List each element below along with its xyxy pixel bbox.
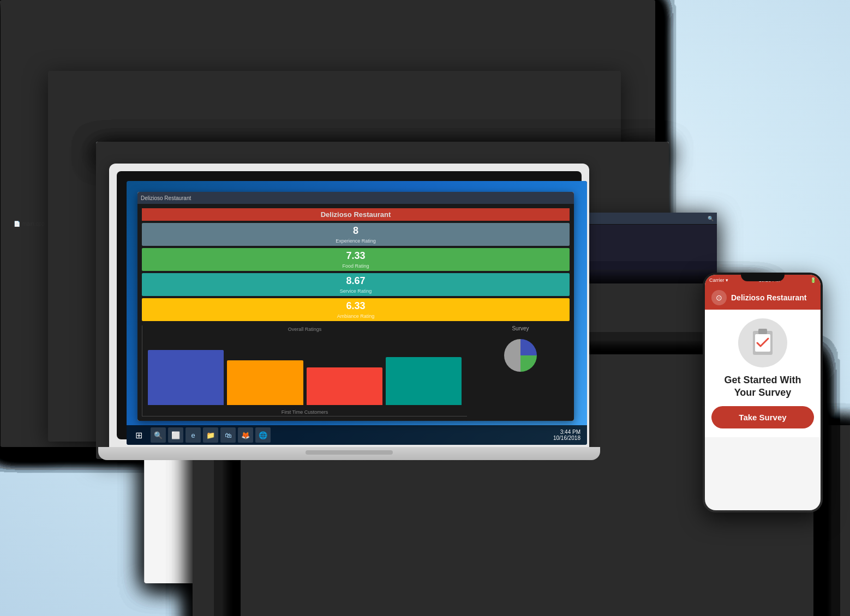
phone-screen: Carrier ▾ 10:26 PM 🔋 ⊙ Delizioso Restaur…: [705, 275, 821, 510]
clock-date: 10/16/2018: [553, 435, 580, 441]
exp-label: Experience Rating: [142, 238, 570, 244]
win10-task-icon[interactable]: ⬜: [168, 427, 183, 443]
phone-app-header: ⊙ Delizioso Restaurant: [705, 286, 821, 310]
phone-get-started: Get Started With Your Survey: [725, 374, 801, 400]
phone: Carrier ▾ 10:26 PM 🔋 ⊙ Delizioso Restaur…: [703, 273, 823, 512]
phone-app-icon: ⊙: [711, 290, 727, 305]
win10-clock: 3:44 PM 10/16/2018: [553, 429, 585, 441]
phone-notch: [741, 273, 785, 281]
bar-red: [307, 367, 382, 405]
rating-bar-food: 7.33 Food Rating: [142, 248, 570, 271]
laptop-screen: Delizioso Restaurant Delizioso Restauran…: [127, 181, 587, 445]
amb-value: 6.33: [142, 300, 570, 312]
bar-chart-inner: [142, 336, 467, 405]
win10-taskbar: ⊞ 🔍 ⬜ e 📁 🛍 🦊 🌐 3:44 PM 10/16/2018: [127, 425, 587, 445]
win10-app2-icon[interactable]: 🌐: [255, 427, 271, 443]
laptop-body: Delizioso Restaurant Delizioso Restauran…: [109, 164, 589, 447]
win10-search-icon[interactable]: 🔍: [151, 427, 166, 443]
phone-battery-icon: 🔋: [810, 277, 816, 283]
rating-bar-experience: 8 Experience Rating: [142, 223, 570, 246]
phone-get-started-line2: Your Survey: [725, 386, 801, 399]
phone-app-body: Get Started With Your Survey Take Survey: [705, 310, 821, 437]
pie-area: Survey: [471, 325, 570, 416]
win10-store-icon[interactable]: 🛍: [220, 427, 236, 443]
overall-label: Overall Ratings: [142, 325, 467, 333]
phone-get-started-line1: Get Started With: [725, 374, 801, 386]
pie-title: Survey: [512, 325, 529, 331]
svc-value: 8.67: [142, 275, 570, 287]
phone-clipboard-icon: [738, 318, 787, 367]
bar-chart: Overall Ratings First Time Customers: [142, 325, 467, 416]
phone-app-title: Delizioso Restaurant: [731, 293, 806, 302]
clock-time: 3:44 PM: [553, 429, 580, 435]
chart-bottom-area: Overall Ratings First Time Customers: [142, 325, 570, 416]
win10-app1-icon[interactable]: 🦊: [238, 427, 253, 443]
laptop: Delizioso Restaurant Delizioso Restauran…: [109, 164, 589, 480]
food-label: Food Rating: [142, 263, 570, 269]
survey-app-content: Delizioso Restaurant 8 Experience Rating…: [137, 204, 574, 421]
pie-chart: [488, 334, 553, 377]
proj-main-icon: 📄: [14, 221, 20, 227]
survey-chart-container: Delizioso Restaurant 8 Experience Rating…: [137, 204, 574, 421]
amb-label: Ambiance Rating: [142, 313, 570, 319]
bar-orange: [227, 360, 303, 405]
svg-rect-2: [758, 329, 767, 334]
survey-app-title: Delizioso Restaurant: [141, 195, 191, 201]
win10-edge-icon[interactable]: e: [185, 427, 201, 443]
win10-start-btn[interactable]: ⊞: [129, 425, 148, 445]
laptop-bezel: Delizioso Restaurant Delizioso Restauran…: [117, 171, 582, 439]
bar-chart-label: First Time Customers: [142, 409, 467, 415]
phone-carrier: Carrier ▾: [709, 277, 728, 283]
exp-value: 8: [142, 225, 570, 237]
food-value: 7.33: [142, 250, 570, 262]
win10-folder-icon[interactable]: 📁: [203, 427, 218, 443]
survey-app-titlebar: Delizioso Restaurant: [137, 192, 574, 204]
clipboard-svg: [746, 327, 779, 359]
bar-blue: [148, 350, 224, 405]
rating-bar-ambiance: 6.33 Ambiance Rating: [142, 298, 570, 321]
survey-app-window: Delizioso Restaurant Delizioso Restauran…: [137, 192, 574, 421]
rating-bar-service: 8.67 Service Rating: [142, 273, 570, 296]
phone-body: Carrier ▾ 10:26 PM 🔋 ⊙ Delizioso Restaur…: [703, 273, 823, 512]
bar-teal: [386, 357, 462, 405]
phone-take-survey-btn[interactable]: Take Survey: [711, 406, 814, 428]
win10-desktop: Delizioso Restaurant Delizioso Restauran…: [127, 181, 587, 445]
laptop-base: [98, 447, 600, 460]
survey-title: Delizioso Restaurant: [142, 208, 570, 221]
svc-label: Service Rating: [142, 288, 570, 294]
